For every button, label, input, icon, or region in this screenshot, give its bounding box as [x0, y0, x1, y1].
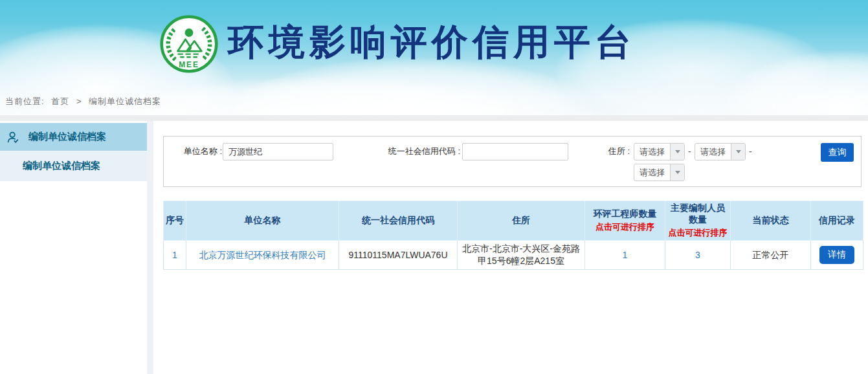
city-select[interactable]: 请选择	[695, 143, 746, 160]
header-divider	[0, 115, 868, 121]
chevron-down-icon	[736, 150, 741, 153]
breadcrumb-current: 编制单位诚信档案	[89, 96, 161, 106]
cell-index: 1	[164, 241, 186, 270]
district-select-value: 请选择	[634, 164, 670, 181]
table-header-row: 序号 单位名称 统一社会信用代码 住所 环评工程师数量 点击可进行排序 主要编制…	[164, 201, 863, 241]
cell-address: 北京市-北京市-大兴区-金苑路甲15号6幢2层A215室	[458, 241, 585, 270]
city-select-value: 请选择	[695, 144, 731, 160]
sidebar-main-divider	[147, 121, 153, 374]
address-label: 住所 :	[599, 143, 630, 160]
search-form: 单位名称 : 统一社会信用代码 : 住所 : 请选择 - 请选择 - 请选择 查…	[163, 136, 862, 187]
sidebar-item-label: 编制单位诚信档案	[28, 131, 106, 143]
sort-hint: 点击可进行排序	[667, 227, 729, 239]
province-select-value: 请选择	[634, 144, 670, 160]
breadcrumb-separator: >	[76, 96, 82, 106]
col-header-credit-code: 统一社会信用代码	[339, 201, 458, 241]
sidebar-subitem-unit-credit-archive[interactable]: 编制单位诚信档案	[0, 151, 147, 181]
select-dropdown-button[interactable]	[731, 144, 745, 160]
engineer-count-link[interactable]: 1	[623, 250, 628, 260]
breadcrumb-label: 当前位置:	[5, 96, 45, 106]
col-header-status: 当前状态	[731, 201, 811, 241]
col-header-staff-count-sortable[interactable]: 主要编制人员数量 点击可进行排序	[665, 201, 731, 241]
cell-company: 北京万源世纪环保科技有限公司	[186, 241, 339, 270]
cell-status: 正常公开	[731, 241, 811, 270]
sort-hint: 点击可进行排序	[586, 221, 663, 233]
col-header-index: 序号	[164, 201, 186, 241]
chevron-down-icon	[675, 171, 680, 174]
select-dropdown-button[interactable]	[670, 164, 684, 181]
col-header-address: 住所	[458, 201, 585, 241]
credit-code-input[interactable]	[462, 143, 568, 160]
province-select[interactable]: 请选择	[634, 143, 685, 160]
select-dropdown-button[interactable]	[670, 144, 684, 160]
query-button[interactable]: 查询	[821, 143, 854, 162]
unit-name-label: 单位名称 :	[177, 143, 222, 160]
chevron-down-icon	[675, 150, 680, 153]
table-row: 1 北京万源世纪环保科技有限公司 91110115MA7LWUA76U 北京市-…	[164, 241, 863, 270]
results-table: 序号 单位名称 统一社会信用代码 住所 环评工程师数量 点击可进行排序 主要编制…	[163, 201, 863, 270]
col-header-label: 环评工程师数量	[586, 208, 663, 220]
col-header-engineer-count-sortable[interactable]: 环评工程师数量 点击可进行排序	[585, 201, 665, 241]
address-dash: -	[749, 143, 752, 160]
page-title: 环境影响评价信用平台	[228, 18, 636, 67]
user-check-icon	[6, 130, 20, 144]
district-select[interactable]: 请选择	[634, 164, 685, 181]
row-index: 1	[172, 250, 177, 260]
credit-code-label: 统一社会信用代码 :	[385, 143, 460, 160]
cell-engineer-count: 1	[585, 241, 665, 270]
cell-credit-record: 详情	[811, 241, 863, 270]
sidebar: 编制单位诚信档案 编制单位诚信档案	[0, 121, 147, 374]
cell-staff-count: 3	[665, 241, 731, 270]
breadcrumb: 当前位置: 首页 > 编制单位诚信档案	[5, 96, 165, 107]
site-header: MEE 环境影响评价信用平台 当前位置: 首页 > 编制单位诚信档案	[0, 0, 868, 115]
mee-logo-text: MEE	[179, 60, 199, 69]
mee-logo-icon: MEE	[159, 14, 219, 74]
cell-credit-code: 91110115MA7LWUA76U	[339, 241, 458, 270]
col-header-company: 单位名称	[186, 201, 339, 241]
staff-count-link[interactable]: 3	[695, 250, 700, 260]
sidebar-item-label: 编制单位诚信档案	[23, 160, 100, 172]
company-link[interactable]: 北京万源世纪环保科技有限公司	[199, 250, 326, 260]
col-header-label: 主要编制人员数量	[667, 203, 729, 226]
unit-name-input[interactable]	[223, 143, 333, 160]
breadcrumb-home-link[interactable]: 首页	[51, 96, 69, 106]
detail-button[interactable]: 详情	[819, 246, 854, 264]
sidebar-item-unit-credit-archive[interactable]: 编制单位诚信档案	[0, 123, 147, 151]
address-dash: -	[688, 143, 691, 160]
col-header-credit-record: 信用记录	[811, 201, 863, 241]
